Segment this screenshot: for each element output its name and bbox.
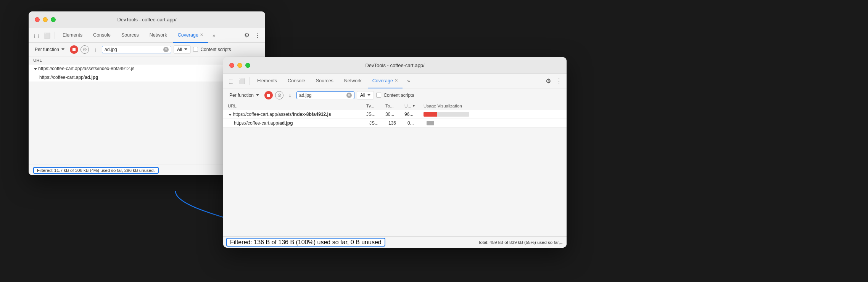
status-bar-2-left: Filtered: 136 B of 136 B (100%) used so … [223,239,475,246]
content-scripts-checkbox-2[interactable] [376,93,381,98]
search-input-2[interactable] [299,93,345,98]
clear-button-1[interactable]: ⊘ [81,45,89,54]
main-toolbar-2: ⬚ ⬜ Elements Console Sources Network Cov… [223,74,567,88]
tab-coverage-2[interactable]: Coverage ✕ [368,74,403,88]
all-dropdown-arrow-2 [367,94,370,96]
download-button-2[interactable]: ↓ [286,91,294,99]
per-function-dropdown-icon-1 [61,48,64,50]
usage-bar-used-parent [424,112,437,117]
filtered-status-2: Filtered: 136 B of 136 B (100%) used so … [226,238,385,247]
filtered-status-1: Filtered: 11.7 kB of 308 kB (4%) used so… [33,167,159,174]
tab-elements-1[interactable]: Elements [58,28,87,43]
minimize-button-1[interactable] [43,17,48,22]
window-title-1: DevTools - coffee-cart.app/ [117,17,176,22]
usage-bar-parent [424,112,469,117]
more-options-icon-1[interactable]: ⋮ [253,31,262,40]
more-options-icon-2[interactable]: ⋮ [554,77,564,86]
devtools-window-2: DevTools - coffee-cart.app/ ⬚ ⬜ Elements… [223,57,567,248]
table-header-2: URL Ty... To... U... ▼ Usage Visualizati… [223,102,567,110]
more-tabs-icon-1[interactable]: » [209,31,219,40]
download-button-1[interactable]: ↓ [91,45,100,54]
toolbar-separator [55,32,55,39]
window-title-2: DevTools - coffee-cart.app/ [365,62,424,68]
stop-recording-button-2[interactable] [264,91,273,99]
bold-url-2-parent: index-8bfa4912.js [293,112,331,117]
titlebar-2: DevTools - coffee-cart.app/ [223,57,567,74]
tab-console-1[interactable]: Console [89,28,115,43]
all-dropdown-1[interactable]: All [174,45,191,54]
close-button-2[interactable] [229,63,234,68]
stop-recording-button-1[interactable] [70,45,78,54]
device-icon-2[interactable]: ⬜ [237,77,246,86]
close-button-1[interactable] [35,17,40,22]
tab-coverage-1[interactable]: Coverage ✕ [173,28,208,43]
tab-sources-2[interactable]: Sources [311,74,338,88]
all-dropdown-2[interactable]: All [357,91,374,99]
main-toolbar-1: ⬚ ⬜ Elements Console Sources Network Cov… [29,28,265,43]
tab-close-icon[interactable]: ✕ [200,32,203,37]
tab-elements-2[interactable]: Elements [253,74,282,88]
coverage-toolbar-2: Per function ⊘ ↓ ✕ All Content scripts [223,88,567,102]
expand-icon-1 [34,68,37,70]
search-wrap-2: ✕ [296,91,354,99]
device-icon[interactable]: ⬜ [42,31,52,40]
per-function-button-1[interactable]: Per function [32,46,68,53]
expand-icon-2 [229,114,232,116]
coverage-toolbar-1: Per function ⊘ ↓ ✕ All Content scripts [29,43,265,56]
more-tabs-icon-2[interactable]: » [404,77,413,86]
toolbar-separator-2 [249,77,250,85]
content-scripts-checkbox-1[interactable] [193,47,198,52]
content-scripts-wrap-1: Content scripts [193,47,231,52]
maximize-button-2[interactable] [245,63,250,68]
table-row-2-parent[interactable]: https://coffee-cart.app/assets/index-8bf… [223,110,567,119]
tab-sources-1[interactable]: Sources [117,28,143,43]
titlebar-1: DevTools - coffee-cart.app/ [29,11,265,28]
search-wrap-1: ✕ [102,46,171,53]
status-bar-2-right: Total: 459 kB of 839 kB (55%) used so fa… [475,240,567,245]
per-function-button-2[interactable]: Per function [226,91,262,99]
inspect-icon-2[interactable]: ⬚ [226,77,235,86]
clear-button-2[interactable]: ⊘ [275,91,283,99]
per-function-dropdown-icon-2 [256,94,259,96]
bold-url-1: ad.jpg [85,75,98,80]
inspect-icon[interactable]: ⬚ [32,31,41,40]
settings-icon-2[interactable]: ⚙ [544,77,553,86]
tab-network-1[interactable]: Network [145,28,172,43]
settings-icon-1[interactable]: ⚙ [242,31,251,40]
traffic-lights-1 [35,17,56,22]
content-scripts-wrap-2: Content scripts [376,93,414,98]
usage-bar-used-child [427,121,434,125]
tab-console-2[interactable]: Console [283,74,310,88]
all-dropdown-arrow-1 [184,48,187,50]
table-row-2-child[interactable]: https://coffee-cart.app/ad.jpg JS... 136… [223,119,567,128]
traffic-lights-2 [229,63,250,68]
minimize-button-2[interactable] [237,63,242,68]
search-input-1[interactable] [105,47,162,52]
tab-coverage-close-2[interactable]: ✕ [395,78,398,83]
search-clear-icon-2[interactable]: ✕ [346,93,352,98]
search-clear-icon-1[interactable]: ✕ [163,47,169,52]
usage-bar-child [427,121,434,125]
bold-url-2-child: ad.jpg [279,120,293,126]
tab-network-2[interactable]: Network [340,74,366,88]
maximize-button-1[interactable] [51,17,56,22]
coverage-table-2: URL Ty... To... U... ▼ Usage Visualizati… [223,102,567,128]
